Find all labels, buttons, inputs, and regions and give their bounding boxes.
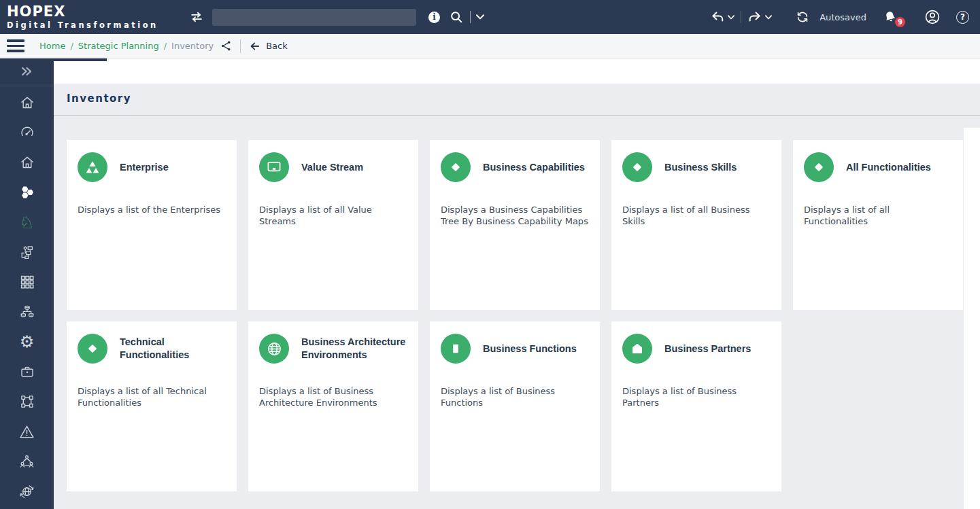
dashboard-gauge-icon [19,124,35,141]
user-icon[interactable] [924,8,941,26]
org-people-icon [18,453,35,470]
search-input[interactable] [212,9,416,26]
rectangle-icon [441,334,471,364]
breadcrumb: Home / Strategic Planning / Inventory [39,41,214,51]
back-button[interactable]: Back [249,41,288,52]
hopex-logo: HOPEX Digital Transformation [0,4,189,30]
breadcrumb-separator: / [164,41,167,51]
card-description: Displays a list of Business Architecture… [259,386,407,409]
card-technical-functionalities[interactable]: Technical Functionalities Displays a lis… [67,321,237,491]
house-icon [622,334,652,364]
sidebar-item-home[interactable] [0,88,54,118]
home-icon [19,94,35,111]
page-title: Inventory [67,92,980,105]
selection-frame-icon [19,393,35,410]
search-icon[interactable] [450,10,463,24]
diamond-icon [804,152,834,182]
breadcrumb-home[interactable]: Home [39,41,65,51]
briefcase-icon [19,364,35,380]
expand-icon [19,64,35,79]
card-description: Displays a list of Business Partners [622,386,771,409]
inventory-card-grid: Enterprise Displays a list of the Enterp… [54,116,963,491]
card-description: Displays a list of Business Functions [441,386,589,409]
card-title: Business Skills [664,161,737,174]
card-description: Displays a list of all Functionalities [804,205,952,228]
sidebar-item-diagram[interactable] [0,387,54,417]
card-value-stream[interactable]: Value Stream Displays a list of all Valu… [248,140,418,310]
sidebar-item-portfolio[interactable] [0,357,54,387]
help-icon[interactable]: ? [956,11,969,24]
sidebar-item-processes[interactable] [0,237,54,267]
logo-subtitle: Digital Transformation [7,20,189,30]
warning-icon [18,423,35,440]
menu-icon[interactable] [7,39,24,52]
card-enterprise[interactable]: Enterprise Displays a list of the Enterp… [67,140,237,310]
grid-icon [19,274,35,290]
globe-icon [259,334,289,364]
card-business-partners[interactable]: Business Partners Displays a list of Bus… [611,321,781,491]
card-title: Business Partners [664,343,751,355]
sidebar-item-enterprise[interactable] [0,147,54,177]
card-title: Business Functions [483,343,577,355]
diamond-icon [441,152,471,182]
divider [470,11,471,23]
sidebar-expand-button[interactable] [0,58,54,86]
sidebar-item-dashboard[interactable] [0,118,54,147]
breadcrumb-strategic-planning[interactable]: Strategic Planning [78,41,159,51]
sidebar-item-data[interactable] [0,297,54,327]
sidebar-item-applications[interactable] [0,267,54,297]
hexagons-icon [19,184,35,200]
card-business-capabilities[interactable]: Business Capabilities Displays a Busines… [430,140,600,310]
sidebar-item-organization[interactable] [0,446,54,476]
redo-icon[interactable] [747,10,762,24]
card-title: Technical Functionalities [120,336,226,362]
screen-icon [259,152,289,182]
redo-options-chevron-icon[interactable] [765,15,772,20]
sidebar: ♘ ⚙ [0,58,54,509]
globe-sync-icon [18,483,35,500]
card-description: Displays a list of all Business Skills [622,205,771,228]
card-title: Business Architecture Environments [301,336,407,362]
top-bar: HOPEX Digital Transformation i [0,0,980,34]
card-business-functions[interactable]: Business Functions Displays a list of Bu… [430,321,600,491]
breadcrumb-bar: Home / Strategic Planning / Inventory Ba… [0,34,980,58]
sidebar-item-risks[interactable] [0,417,54,446]
divider [240,39,241,53]
topbar-right-group: Autosaved 9 ? [710,8,969,26]
breadcrumb-current: Inventory [171,41,214,51]
undo-options-chevron-icon[interactable] [728,15,734,20]
card-title: Value Stream [301,161,363,174]
share-icon[interactable] [220,40,232,52]
data-hierarchy-icon [19,304,35,320]
back-arrow-icon [249,41,260,52]
autosaved-status: Autosaved [820,12,866,22]
vertical-scrollbar-track[interactable] [964,128,980,509]
card-description: Displays a list of the Enterprises [78,205,226,216]
sidebar-item-transformation[interactable] [0,476,54,506]
card-title: Business Capabilities [483,161,585,174]
sync-icon[interactable] [795,10,810,24]
card-title: All Functionalities [846,161,931,174]
diamond-icon [78,334,107,364]
card-business-architecture-environments[interactable]: Business Architecture Environments Displ… [248,321,418,491]
swap-icon[interactable] [189,10,204,24]
horizontal-scrollbar-thumb[interactable] [54,58,107,61]
chess-knight-icon: ♘ [19,214,34,231]
card-description: Displays a Business Capabilities Tree By… [441,205,589,228]
sidebar-item-settings[interactable]: ⚙ [0,327,54,357]
card-all-functionalities[interactable]: All Functionalities Displays a list of a… [793,140,963,310]
card-business-skills[interactable]: Business Skills Displays a list of all B… [611,140,781,310]
home-icon [19,154,35,171]
content-top-strip [54,58,980,84]
main-content: Inventory Enterprise Displays a list of … [54,58,980,509]
chevron-down-icon[interactable] [476,14,484,20]
info-icon[interactable]: i [428,12,440,23]
bell-icon[interactable]: 9 [883,10,898,24]
sidebar-item-capabilities[interactable] [0,177,54,207]
sidebar-item-strategy[interactable]: ♘ [0,207,54,237]
triangles-icon [78,152,107,182]
undo-icon[interactable] [710,10,725,24]
breadcrumb-separator: / [70,41,73,51]
flowchart-icon [19,244,35,260]
divider [741,11,741,23]
